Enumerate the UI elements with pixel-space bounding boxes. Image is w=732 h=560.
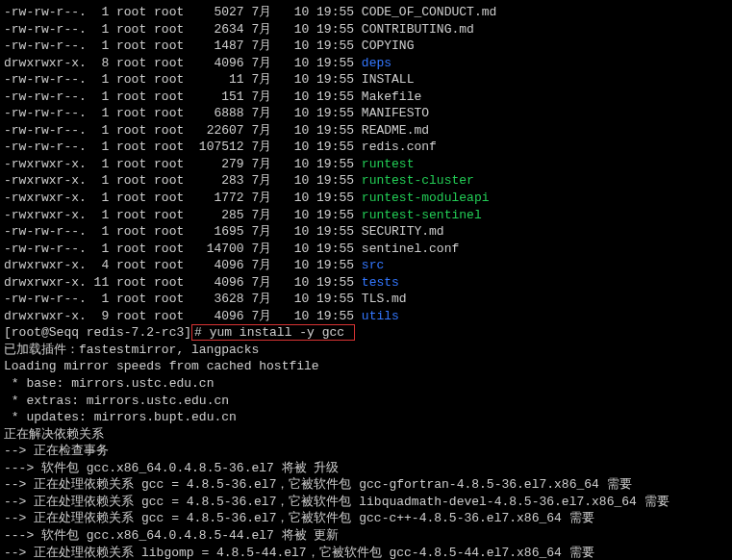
file-name: INSTALL [362,72,415,87]
file-meta: -rw-rw-r--. 1 root root 1487 7月 10 19:55 [4,38,362,53]
file-name: CODE_OF_CONDUCT.md [362,5,496,19]
file-name: src [362,258,384,272]
yum-output-line: --> 正在处理依赖关系 gcc = 4.8.5-36.el7，它被软件包 gc… [4,510,728,527]
file-meta: -rw-rw-r--. 1 root root 22607 7月 10 19:5… [4,123,362,138]
ls-row: -rwxrwxr-x. 1 root root 1772 7月 10 19:55… [4,190,728,207]
ls-row: -rwxrwxr-x. 1 root root 283 7月 10 19:55 … [4,172,728,190]
terminal-output: -rw-rw-r--. 1 root root 5027 7月 10 19:55… [4,4,728,560]
file-name: runtest-cluster [362,173,474,188]
file-name: COPYING [362,38,415,53]
file-meta: -rwxrwxr-x. 1 root root 279 7月 10 19:55 [4,157,362,171]
ls-row: drwxrwxr-x. 9 root root 4096 7月 10 19:55… [4,308,728,325]
ls-row: drwxrwxr-x. 11 root root 4096 7月 10 19:5… [4,274,728,292]
file-name: CONTRIBUTING.md [362,22,474,37]
yum-output-line: ---> 软件包 gcc.x86_64.0.4.8.5-44.el7 将被 更新 [4,527,728,545]
file-name: README.md [362,123,429,138]
file-meta: -rw-rw-r--. 1 root root 107512 7月 10 19:… [4,140,362,154]
ls-row: -rw-rw-r--. 1 root root 11 7月 10 19:55 I… [4,71,728,89]
file-meta: drwxrwxr-x. 8 root root 4096 7月 10 19:55 [4,56,362,70]
ls-row: -rw-rw-r--. 1 root root 1487 7月 10 19:55… [4,38,728,55]
yum-output-line: ---> 软件包 gcc.x86_64.0.4.8.5-36.el7 将被 升级 [4,460,728,477]
ls-row: -rw-rw-r--. 1 root root 14700 7月 10 19:5… [4,241,728,258]
ls-row: -rw-rw-r--. 1 root root 3628 7月 10 19:55… [4,291,728,308]
file-name: MANIFESTO [362,106,429,120]
file-meta: drwxrwxr-x. 4 root root 4096 7月 10 19:55 [4,258,362,272]
file-meta: -rwxrwxr-x. 1 root root 285 7月 10 19:55 [4,208,362,222]
file-name: TLS.md [362,292,407,306]
shell-prompt-line[interactable]: [root@Seqq redis-7.2-rc3]# yum install -… [4,324,728,342]
ls-row: -rw-rw-r--. 1 root root 151 7月 10 19:55 … [4,89,728,106]
file-meta: -rw-rw-r--. 1 root root 5027 7月 10 19:55 [4,5,362,19]
file-meta: -rw-rw-r--. 1 root root 14700 7月 10 19:5… [4,242,362,256]
file-name: utils [362,309,399,323]
file-name: runtest-sentinel [362,208,482,222]
yum-output-line: --> 正在检查事务 [4,443,728,460]
file-meta: -rw-rw-r--. 1 root root 6888 7月 10 19:55 [4,106,362,120]
ls-row: -rw-rw-r--. 1 root root 2634 7月 10 19:55… [4,21,728,38]
file-name: SECURITY.md [362,224,444,239]
yum-output-line: Loading mirror speeds from cached hostfi… [4,358,728,375]
yum-output-line: * extras: mirrors.ustc.edu.cn [4,393,728,410]
ls-row: -rw-rw-r--. 1 root root 5027 7月 10 19:55… [4,4,728,21]
ls-row: drwxrwxr-x. 8 root root 4096 7月 10 19:55… [4,55,728,72]
file-meta: -rw-rw-r--. 1 root root 2634 7月 10 19:55 [4,22,362,37]
file-meta: -rw-rw-r--. 1 root root 11 7月 10 19:55 [4,72,362,87]
file-meta: -rw-rw-r--. 1 root root 151 7月 10 19:55 [4,89,362,104]
file-name: runtest-moduleapi [362,191,490,205]
yum-output-line: --> 正在处理依赖关系 libgomp = 4.8.5-44.el7，它被软件… [4,545,728,561]
yum-output-line: 正在解决依赖关系 [4,426,728,444]
file-meta: -rw-rw-r--. 1 root root 1695 7月 10 19:55 [4,224,362,239]
file-name: redis.conf [362,140,437,154]
file-meta: drwxrwxr-x. 11 root root 4096 7月 10 19:5… [4,275,362,290]
ls-row: -rw-rw-r--. 1 root root 6888 7月 10 19:55… [4,105,728,122]
yum-output-line: * base: mirrors.ustc.edu.cn [4,375,728,393]
ls-row: -rw-rw-r--. 1 root root 107512 7月 10 19:… [4,139,728,156]
yum-output-line: --> 正在处理依赖关系 gcc = 4.8.5-36.el7，它被软件包 li… [4,494,728,511]
file-meta: drwxrwxr-x. 9 root root 4096 7月 10 19:55 [4,309,362,323]
file-name: sentinel.conf [362,242,459,256]
yum-output-line: 已加载插件：fastestmirror, langpacks [4,342,728,359]
file-meta: -rwxrwxr-x. 1 root root 1772 7月 10 19:55 [4,191,362,205]
yum-output-line: * updates: mirrors.bupt.edu.cn [4,409,728,426]
file-meta: -rw-rw-r--. 1 root root 3628 7月 10 19:55 [4,292,362,306]
command-input[interactable]: # yum install -y gcc [191,324,355,341]
file-name: deps [362,56,391,70]
ls-row: -rwxrwxr-x. 1 root root 279 7月 10 19:55 … [4,156,728,173]
ls-row: -rwxrwxr-x. 1 root root 285 7月 10 19:55 … [4,207,728,224]
ls-row: -rw-rw-r--. 1 root root 1695 7月 10 19:55… [4,223,728,241]
file-name: Makefile [362,89,421,104]
file-meta: -rwxrwxr-x. 1 root root 283 7月 10 19:55 [4,173,362,188]
file-name: runtest [362,157,415,171]
ls-row: drwxrwxr-x. 4 root root 4096 7月 10 19:55… [4,257,728,274]
file-name: tests [362,275,399,290]
yum-output-line: --> 正在处理依赖关系 gcc = 4.8.5-36.el7，它被软件包 gc… [4,476,728,494]
ls-row: -rw-rw-r--. 1 root root 22607 7月 10 19:5… [4,122,728,140]
shell-prompt: [root@Seqq redis-7.2-rc3] [4,325,191,340]
